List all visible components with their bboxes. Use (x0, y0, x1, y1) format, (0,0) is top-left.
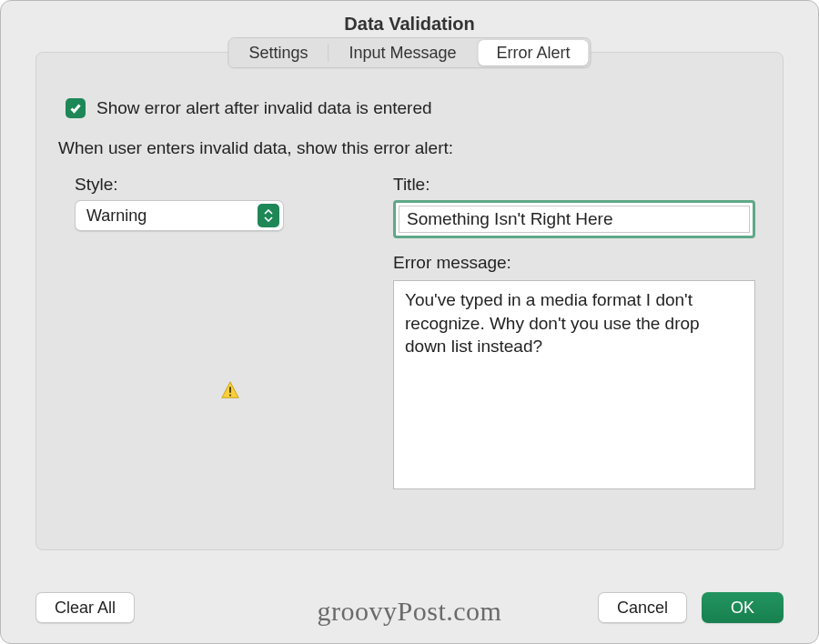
window-title: Data Validation (344, 14, 474, 35)
footer-right-group: Cancel OK (598, 592, 784, 623)
select-stepper-icon (258, 204, 279, 227)
style-value: Warning (86, 206, 147, 226)
checkmark-icon (69, 102, 82, 115)
title-message-column: Title: Error message: (393, 175, 755, 489)
tab-label: Input Message (349, 44, 456, 63)
dialog-window: Data Validation Settings Input Message E… (0, 0, 819, 644)
cancel-button[interactable]: Cancel (598, 592, 687, 623)
tab-error-alert[interactable]: Error Alert (479, 40, 589, 65)
button-label: Cancel (617, 599, 668, 618)
clear-all-button[interactable]: Clear All (35, 592, 135, 623)
style-select[interactable]: Warning (75, 200, 284, 231)
checkbox-label: Show error alert after invalid data is e… (96, 98, 432, 118)
style-label: Style: (75, 175, 357, 195)
tab-label: Settings (248, 44, 308, 63)
title-input[interactable] (399, 206, 750, 233)
show-error-alert-checkbox[interactable] (66, 98, 86, 118)
content-panel: Settings Input Message Error Alert Show … (35, 52, 784, 550)
error-message-label: Error message: (393, 253, 755, 273)
title-label: Title: (393, 175, 755, 195)
svg-rect-1 (229, 387, 231, 392)
title-input-focus-ring (393, 200, 755, 238)
ok-button[interactable]: OK (702, 592, 784, 623)
button-label: OK (731, 599, 754, 618)
button-label: Clear All (55, 599, 116, 618)
instruction-text: When user enters invalid data, show this… (58, 138, 755, 158)
tab-input-message[interactable]: Input Message (329, 38, 476, 67)
error-message-textarea[interactable] (393, 280, 755, 489)
tab-bar: Settings Input Message Error Alert (228, 37, 591, 68)
tab-settings[interactable]: Settings (228, 38, 328, 67)
form-row: Style: Warning Title: Error message: (75, 175, 755, 489)
dialog-footer: Clear All Cancel OK (35, 592, 784, 623)
warning-icon (220, 380, 240, 400)
tab-label: Error Alert (497, 44, 571, 63)
svg-rect-2 (229, 395, 231, 397)
show-error-alert-row: Show error alert after invalid data is e… (66, 98, 755, 118)
style-column: Style: Warning (75, 175, 357, 489)
